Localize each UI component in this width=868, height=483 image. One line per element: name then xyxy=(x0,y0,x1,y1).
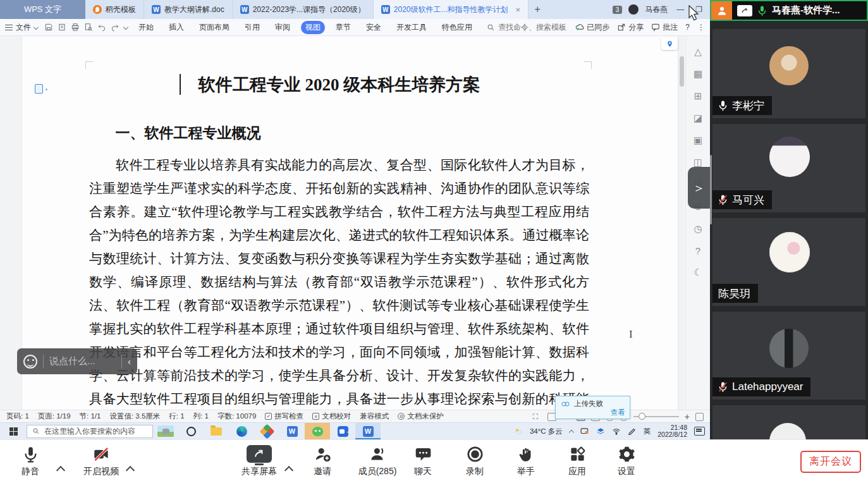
taskbar-file-explorer[interactable] xyxy=(204,423,229,439)
start-button[interactable] xyxy=(0,423,27,439)
fullscreen-view-icon[interactable]: ⛶ xyxy=(533,413,542,421)
mute-button[interactable]: 静音 xyxy=(2,444,59,477)
redo-icon[interactable] xyxy=(111,23,119,32)
wifi-icon[interactable] xyxy=(612,427,621,435)
wps-app-tab[interactable]: WPS 文字 xyxy=(0,0,85,19)
mute-options-chevron[interactable] xyxy=(57,465,64,472)
stack-tray-icon[interactable] xyxy=(596,427,605,435)
collapse-chat-icon[interactable]: ‹ xyxy=(128,356,131,367)
view-link[interactable]: 查看 xyxy=(611,408,625,417)
chat-input-placeholder[interactable]: 说点什么... xyxy=(49,355,116,367)
weather-text[interactable]: 34°C 多云 xyxy=(530,427,563,436)
ime-indicator[interactable]: 英 xyxy=(644,427,651,436)
save-icon[interactable] xyxy=(44,23,53,32)
minimize-button[interactable]: — xyxy=(674,5,687,14)
taskbar-search-input[interactable]: 在这里输入你要搜索的内容 xyxy=(27,425,153,438)
start-video-button[interactable]: 开启视频 xyxy=(73,444,130,477)
menu-page-layout[interactable]: 页面布局 xyxy=(195,21,234,34)
account-avatar[interactable] xyxy=(628,4,639,15)
participant-tile[interactable]: 陈昊玥 xyxy=(712,218,865,306)
comment-marker-icon[interactable] xyxy=(35,84,43,94)
chart-tool-icon[interactable]: ◪ xyxy=(694,113,702,124)
participant-tile[interactable]: 李彬宁 xyxy=(712,29,865,118)
undo-icon[interactable] xyxy=(97,23,106,32)
menu-insert[interactable]: 插入 xyxy=(164,21,188,34)
close-tab-icon[interactable]: × xyxy=(515,5,520,15)
location-pin-badge[interactable] xyxy=(661,37,678,50)
leave-meeting-button[interactable]: 离开会议 xyxy=(800,451,861,473)
video-options-chevron[interactable] xyxy=(126,465,134,472)
share-screen-button[interactable]: 共享屏幕 xyxy=(231,444,288,477)
help-tool-icon[interactable]: ? xyxy=(695,245,700,256)
menu-section[interactable]: 章节 xyxy=(331,21,355,34)
record-button[interactable]: 录制 xyxy=(446,444,503,477)
screen-share-tray-icon[interactable] xyxy=(580,427,589,435)
window-count-badge[interactable]: 3 xyxy=(613,6,623,14)
participant-tile-partial[interactable] xyxy=(712,405,865,439)
action-center-icon[interactable] xyxy=(694,427,705,436)
presenter-banner[interactable]: 马春燕-软件学... xyxy=(710,0,868,21)
zoom-slider-knob[interactable] xyxy=(639,413,645,420)
more-options-icon[interactable]: ⋮ xyxy=(697,23,705,32)
apps-tool-icon[interactable]: ⊞ xyxy=(694,90,702,102)
comment-button[interactable]: 批注 xyxy=(651,22,678,33)
output-icon[interactable] xyxy=(58,23,66,32)
scrollbar-thumb[interactable] xyxy=(680,56,684,87)
tab-doc-active[interactable]: W 2020级软件工...和指导性教学计划 × xyxy=(374,0,529,19)
menu-references[interactable]: 引用 xyxy=(240,21,264,34)
apps-button[interactable]: 应用 xyxy=(549,444,606,477)
status-word-count[interactable]: 字数: 10079 xyxy=(217,412,256,421)
tab-docer-templates[interactable]: 稻壳模板 xyxy=(85,0,144,19)
raise-hand-button[interactable]: 举手 xyxy=(498,444,554,477)
tab-doc-1[interactable]: W 教学大纲讲解.doc xyxy=(144,0,233,19)
spellcheck-toggle[interactable]: ✓拼写检查 xyxy=(265,412,303,421)
panel-resize-grip[interactable] xyxy=(710,155,712,224)
fit-page-icon[interactable] xyxy=(695,413,704,421)
settings-button[interactable]: 设置 xyxy=(598,444,655,477)
tab-doc-2[interactable]: W 2022-2023学...课指导（2020级） xyxy=(233,0,374,19)
account-name[interactable]: 马春燕 xyxy=(645,4,668,15)
protection-status[interactable]: ⊘文档未保护 xyxy=(398,412,444,421)
video-panel-expand-handle[interactable]: ＞ xyxy=(688,167,710,209)
participant-tile[interactable]: Latehappyyear xyxy=(712,312,865,400)
image-stack-tool-icon[interactable]: ▣ xyxy=(694,135,702,146)
help-button[interactable]: ? xyxy=(685,23,690,32)
pen-tray-icon[interactable] xyxy=(628,427,637,435)
pyramid-tool-icon[interactable]: △ xyxy=(694,46,702,58)
table-tool-icon[interactable]: ▦ xyxy=(694,68,702,80)
chat-button[interactable]: 聊天 xyxy=(394,444,451,477)
menu-view[interactable]: 视图 xyxy=(301,21,325,34)
taskbar-pictures-app[interactable] xyxy=(153,423,178,439)
chevron-down-icon[interactable] xyxy=(123,25,128,30)
menu-security[interactable]: 安全 xyxy=(362,21,386,34)
participant-tile[interactable]: 马可兴 xyxy=(712,124,865,212)
zoom-in-button[interactable]: + xyxy=(685,412,690,422)
print-icon[interactable] xyxy=(71,23,80,32)
zoom-slider[interactable] xyxy=(633,416,679,417)
share-options-chevron[interactable] xyxy=(285,465,293,472)
vertical-scrollbar[interactable] xyxy=(678,36,685,410)
document-canvas[interactable]: 软件工程专业 2020 级本科生培养方案 一、软件工程专业概况 软件工程专业以培… xyxy=(0,36,710,410)
taskbar-cortana[interactable] xyxy=(178,423,204,439)
share-button[interactable]: 分享 xyxy=(617,22,644,33)
emoji-icon[interactable] xyxy=(23,355,37,369)
menu-devtools[interactable]: 开发工具 xyxy=(392,21,431,34)
menu-home[interactable]: 开始 xyxy=(134,21,158,34)
taskbar-clock[interactable]: 21:48 2022/8/12 xyxy=(657,424,687,438)
new-tab-button[interactable]: + xyxy=(529,0,546,19)
proofread-toggle[interactable]: x文档校对 xyxy=(312,412,351,421)
quick-chat-bar[interactable]: 说点什么... ‹ xyxy=(17,348,137,374)
invite-button[interactable]: 邀请 xyxy=(294,444,351,477)
history-tool-icon[interactable]: ◷ xyxy=(694,223,702,235)
taskbar-wps-doc-active[interactable]: W xyxy=(355,423,381,439)
night-mode-tool-icon[interactable]: ☾ xyxy=(694,267,702,278)
taskbar-edge[interactable] xyxy=(229,423,254,439)
taskbar-meeting-app[interactable] xyxy=(330,423,355,439)
menu-special-apps[interactable]: 特色应用 xyxy=(437,21,477,34)
tray-expand-icon[interactable] xyxy=(569,430,574,435)
file-menu[interactable]: 文件 xyxy=(5,22,38,33)
taskbar-wechat[interactable] xyxy=(305,423,330,439)
taskbar-wps-writer[interactable]: W xyxy=(279,423,305,439)
taskbar-wps-office[interactable] xyxy=(254,423,279,439)
preview-icon[interactable] xyxy=(84,23,93,32)
